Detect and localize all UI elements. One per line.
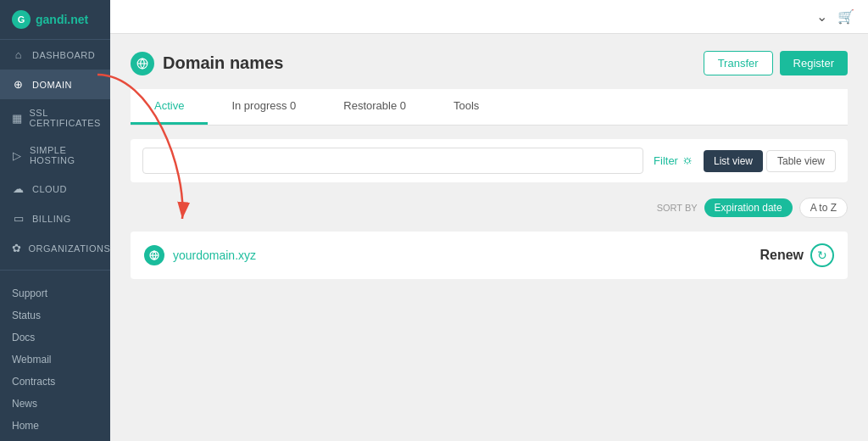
topbar: ⌄ 🛒 [110, 0, 868, 34]
sidebar-item-label: BILLING [32, 214, 71, 224]
sidebar: G gandi.net ⌂ DASHBOARD ⊕ DOMAIN ▦ SSL C… [0, 0, 110, 441]
sort-label: SORT BY [657, 203, 698, 213]
domain-name-link[interactable]: yourdomain.xyz [173, 248, 256, 262]
logo-icon: G [12, 10, 31, 29]
hosting-icon: ▷ [12, 149, 23, 162]
filter-row: Filter ⛭ List view Table view [131, 139, 848, 182]
cloud-icon: ☁ [12, 182, 25, 195]
search-input[interactable] [142, 148, 643, 174]
sidebar-bottom: Support Status Docs Webmail Contracts Ne… [0, 277, 110, 441]
sidebar-item-ssl[interactable]: ▦ SSL CERTIFICATES [0, 99, 110, 137]
page-title-icon [131, 52, 154, 75]
view-toggle: List view Table view [704, 150, 836, 172]
sidebar-bottom-home[interactable]: Home [0, 415, 110, 437]
sidebar-item-label: CLOUD [32, 184, 67, 194]
chevron-down-icon[interactable]: ⌄ [816, 8, 827, 25]
tab-active[interactable]: Active [131, 89, 208, 125]
list-view-button[interactable]: List view [704, 150, 763, 172]
filter-button[interactable]: Filter ⛭ [654, 154, 693, 167]
org-icon: ✿ [12, 242, 22, 254]
filter-label: Filter [654, 154, 678, 167]
sidebar-item-label: SIMPLE HOSTING [30, 145, 98, 165]
header-buttons: Transfer Register [704, 51, 848, 75]
sidebar-item-label: ORGANIZATIONS [29, 243, 111, 254]
content-area: Domain names Transfer Register Active In… [110, 34, 868, 441]
sidebar-item-billing[interactable]: ▭ BILLING [0, 204, 110, 233]
ssl-icon: ▦ [12, 112, 23, 125]
tab-in-progress[interactable]: In progress 0 [208, 89, 320, 125]
billing-icon: ▭ [12, 212, 25, 225]
sidebar-bottom-docs[interactable]: Docs [0, 327, 110, 349]
refresh-icon[interactable]: ↻ [810, 243, 834, 267]
sidebar-item-label: SSL CERTIFICATES [30, 108, 101, 128]
domain-favicon [144, 245, 164, 265]
domain-left: yourdomain.xyz [144, 245, 256, 265]
sidebar-bottom-contracts[interactable]: Contracts [0, 371, 110, 393]
renew-button[interactable]: Renew [760, 248, 804, 263]
sidebar-bottom-support[interactable]: Support [0, 282, 110, 304]
sidebar-item-simple-hosting[interactable]: ▷ SIMPLE HOSTING [0, 137, 110, 174]
table-row: yourdomain.xyz Renew ↻ [131, 232, 848, 279]
table-view-button[interactable]: Table view [766, 150, 836, 172]
page-title: Domain names [163, 53, 283, 73]
sidebar-item-domain[interactable]: ⊕ DOMAIN [0, 70, 110, 99]
filter-icon: ⛭ [682, 154, 693, 167]
register-button[interactable]: Register [780, 51, 848, 75]
sidebar-bottom-status[interactable]: Status [0, 304, 110, 327]
tabs-container: Active In progress 0 Restorable 0 Tools [131, 89, 848, 126]
page-header: Domain names Transfer Register [131, 51, 848, 75]
sidebar-item-organizations[interactable]: ✿ ORGANIZATIONS [0, 233, 110, 263]
sidebar-item-dashboard[interactable]: ⌂ DASHBOARD [0, 40, 110, 70]
sidebar-item-label: DOMAIN [32, 80, 72, 90]
tab-tools[interactable]: Tools [430, 89, 503, 125]
sidebar-item-label: DASHBOARD [32, 50, 95, 60]
main-content: ⌄ 🛒 Domain names Transfer Register [110, 0, 868, 441]
page-title-row: Domain names [131, 52, 283, 75]
sidebar-divider [0, 270, 110, 271]
sort-expiration-button[interactable]: Expiration date [704, 198, 793, 217]
domain-right: Renew ↻ [760, 243, 834, 267]
domain-icon: ⊕ [12, 78, 25, 91]
sidebar-nav: ⌂ DASHBOARD ⊕ DOMAIN ▦ SSL CERTIFICATES … [0, 40, 110, 277]
sidebar-item-cloud[interactable]: ☁ CLOUD [0, 174, 110, 204]
logo-text: gandi.net [36, 13, 88, 26]
sidebar-bottom-webmail[interactable]: Webmail [0, 349, 110, 371]
logo[interactable]: G gandi.net [0, 0, 110, 40]
cart-icon[interactable]: 🛒 [837, 8, 854, 25]
domain-list: yourdomain.xyz Renew ↻ [131, 232, 848, 279]
tab-restorable[interactable]: Restorable 0 [320, 89, 430, 125]
sort-az-button[interactable]: A to Z [799, 198, 848, 218]
sort-row: SORT BY Expiration date A to Z [131, 193, 848, 223]
transfer-button[interactable]: Transfer [704, 51, 773, 75]
dashboard-icon: ⌂ [12, 48, 25, 61]
sidebar-bottom-news[interactable]: News [0, 393, 110, 415]
